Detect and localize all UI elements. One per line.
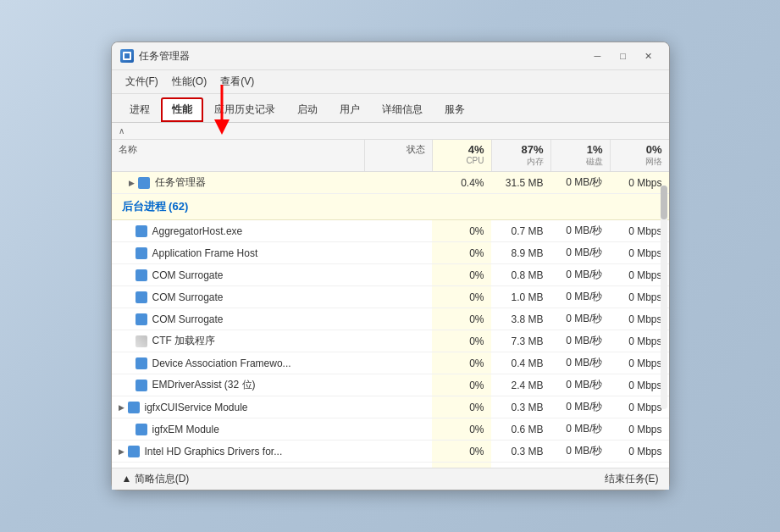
table-header: 名称 状态 4% CPU 87% 内存 1% 磁盘 bbox=[112, 140, 669, 172]
cpu-cell: 0% bbox=[432, 418, 491, 440]
tab-services[interactable]: 服务 bbox=[434, 97, 476, 122]
process-name-cell: EMDriverAssist (32 位) bbox=[112, 374, 364, 396]
close-button[interactable]: ✕ bbox=[637, 47, 661, 64]
table-row[interactable]: igfxEM Module 0% 0.6 MB 0 MB/秒 0 Mbps bbox=[112, 418, 669, 441]
mem-cell: 31.5 MB bbox=[491, 172, 550, 193]
disk-cell: 0 MB/秒 bbox=[550, 264, 610, 285]
tab-processes[interactable]: 进程 bbox=[119, 97, 161, 122]
cpu-cell: 0% bbox=[432, 396, 491, 418]
mem-cell: 2.4 MB bbox=[491, 374, 550, 396]
mem-cell: 0.3 MB bbox=[491, 396, 550, 418]
status-cell bbox=[364, 172, 432, 193]
process-name-cell: Device Association Framewo... bbox=[112, 352, 364, 374]
mem-label: 内存 bbox=[499, 156, 544, 168]
mem-cell: 0.8 MB bbox=[491, 264, 550, 285]
table-row[interactable]: COM Surrogate 0% 0.8 MB 0 MB/秒 0 Mbps bbox=[112, 264, 669, 286]
cpu-cell: 0% bbox=[432, 242, 491, 263]
process-icon bbox=[136, 424, 147, 435]
status-cell bbox=[364, 352, 432, 374]
menu-file[interactable]: 文件(F) bbox=[119, 72, 165, 91]
table-row[interactable]: ▶ 任务管理器 0.4% 31.5 MB 0 MB/秒 0 Mbps bbox=[112, 172, 669, 194]
expand-icon[interactable]: ▶ bbox=[119, 447, 124, 456]
process-name-cell: COM Surrogate bbox=[112, 286, 364, 308]
process-name: EMDriverAssist (32 位) bbox=[152, 378, 256, 392]
col-cpu[interactable]: 4% CPU bbox=[432, 140, 491, 171]
menu-performance[interactable]: 性能(O) bbox=[165, 72, 213, 91]
sort-bar: ∧ bbox=[112, 123, 669, 140]
expand-icon[interactable]: ▶ bbox=[129, 179, 135, 187]
tab-bar: 进程 性能 应用历史记录 启动 用户 详细信息 服务 bbox=[112, 94, 669, 123]
col-name[interactable]: 名称 bbox=[112, 140, 364, 171]
table-row[interactable]: ▶ Intel HD Graphics Drivers for... 0% 0.… bbox=[112, 441, 669, 463]
table-row[interactable]: ▶ igfxCUIService Module 0% 0.3 MB 0 MB/秒… bbox=[112, 396, 669, 418]
expand-icon[interactable]: ▶ bbox=[119, 403, 124, 412]
section-label: 后台进程 (62) bbox=[112, 194, 669, 219]
process-name: COM Surrogate bbox=[152, 291, 224, 303]
section-header: 后台进程 (62) bbox=[112, 194, 669, 220]
table-row[interactable]: Application Frame Host 0% 8.9 MB 0 MB/秒 … bbox=[112, 242, 669, 264]
title-bar-left: 任务管理器 bbox=[120, 49, 190, 64]
table-row[interactable]: AggregatorHost.exe 0% 0.7 MB 0 MB/秒 0 Mb… bbox=[112, 220, 669, 242]
disk-cell: 0 MB/秒 bbox=[550, 396, 610, 418]
net-cell: 0 Mbps bbox=[610, 441, 669, 462]
tab-startup[interactable]: 启动 bbox=[286, 97, 329, 122]
maximize-button[interactable]: □ bbox=[611, 47, 635, 64]
status-cell bbox=[364, 308, 432, 330]
status-cell bbox=[364, 374, 432, 396]
mem-cell: 1.0 MB bbox=[491, 286, 550, 308]
table-row[interactable]: COM Surrogate 0% 3.8 MB 0 MB/秒 0 Mbps bbox=[112, 308, 669, 330]
col-disk[interactable]: 1% 磁盘 bbox=[550, 140, 610, 171]
disk-cell: 0 MB/秒 bbox=[550, 418, 610, 440]
process-name-cell: Application Frame Host bbox=[112, 242, 364, 263]
scrollbar-track[interactable] bbox=[661, 186, 667, 409]
tab-details[interactable]: 详细信息 bbox=[371, 97, 434, 122]
cpu-cell: 0% bbox=[432, 264, 491, 285]
net-label: 网络 bbox=[617, 156, 662, 168]
col-net[interactable]: 0% 网络 bbox=[610, 140, 669, 171]
process-icon bbox=[136, 380, 147, 391]
process-name: igfxEM Module bbox=[152, 424, 219, 435]
minimize-button[interactable]: ─ bbox=[586, 47, 610, 64]
menu-view[interactable]: 查看(V) bbox=[213, 72, 261, 91]
sort-arrow[interactable]: ∧ bbox=[119, 126, 124, 136]
process-name: igfxCUIService Module bbox=[145, 402, 248, 413]
mem-cell: 8.9 MB bbox=[491, 242, 550, 263]
status-cell bbox=[364, 396, 432, 418]
table-row[interactable]: EMDriverAssist (32 位) 0% 2.4 MB 0 MB/秒 0… bbox=[112, 374, 669, 396]
disk-cell: 0 MB/秒 bbox=[550, 352, 610, 374]
summary-link[interactable]: ▲ 简略信息(D) bbox=[122, 472, 190, 486]
end-task-button[interactable]: 结束任务(E) bbox=[605, 472, 659, 486]
menu-bar: 文件(F) 性能(O) 查看(V) bbox=[112, 70, 669, 94]
mem-cell: 0.7 MB bbox=[491, 220, 550, 241]
process-name-cell: CTF 加载程序 bbox=[112, 330, 364, 352]
mem-cell: 7.3 MB bbox=[491, 330, 550, 352]
app-icon-inner bbox=[123, 52, 131, 60]
status-cell bbox=[364, 418, 432, 440]
task-manager-window: 任务管理器 ─ □ ✕ 文件(F) 性能(O) 查看(V) 进程 性能 应用历史… bbox=[111, 42, 670, 490]
process-icon bbox=[136, 225, 147, 237]
process-icon bbox=[136, 357, 147, 369]
table-row[interactable]: Device Association Framewo... 0% 0.4 MB … bbox=[112, 352, 669, 374]
table-row[interactable]: CTF 加载程序 0% 7.3 MB 0 MB/秒 0 Mbps bbox=[112, 330, 669, 352]
cpu-cell: 0.4% bbox=[432, 172, 491, 193]
process-name: Application Frame Host bbox=[152, 247, 258, 259]
mem-cell: 0.6 MB bbox=[491, 418, 550, 440]
disk-cell: 0 MB/秒 bbox=[550, 220, 610, 241]
process-name-cell: igfxEM Module bbox=[112, 418, 364, 440]
scrollbar-thumb[interactable] bbox=[661, 186, 667, 219]
table-body: ▶ 任务管理器 0.4% 31.5 MB 0 MB/秒 0 Mbps 后台进程 … bbox=[112, 172, 669, 468]
process-icon bbox=[136, 247, 147, 259]
table-row[interactable]: COM Surrogate 0% 1.0 MB 0 MB/秒 0 Mbps bbox=[112, 286, 669, 308]
app-icon bbox=[120, 49, 134, 63]
process-icon bbox=[128, 402, 140, 413]
tab-history[interactable]: 应用历史记录 bbox=[203, 97, 286, 122]
disk-cell: 0 MB/秒 bbox=[550, 374, 610, 396]
tab-performance[interactable]: 性能 bbox=[161, 97, 203, 122]
cpu-cell: 0% bbox=[432, 330, 491, 352]
col-mem[interactable]: 87% 内存 bbox=[491, 140, 550, 171]
col-status[interactable]: 状态 bbox=[364, 140, 432, 171]
tab-users[interactable]: 用户 bbox=[329, 97, 371, 122]
title-controls: ─ □ ✕ bbox=[586, 47, 661, 64]
disk-pct: 1% bbox=[558, 143, 603, 156]
cpu-cell: 0% bbox=[432, 220, 491, 241]
